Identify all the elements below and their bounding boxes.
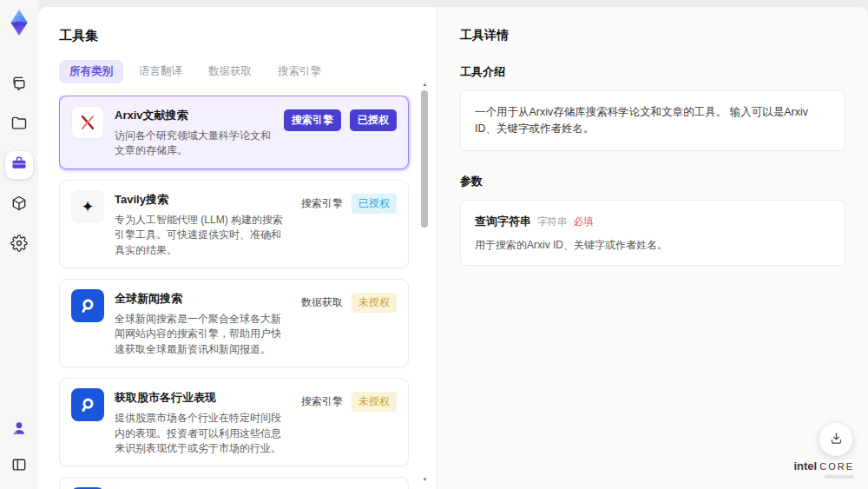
- param-required-badge: 必填: [574, 216, 594, 227]
- tool-card[interactable]: 获取市场最活跃股票信息 提供当天交易量最高的股票列表，投资者可以利用这些信息来识…: [59, 477, 409, 489]
- tavily-icon: ✦: [71, 190, 104, 223]
- settings-gear-icon: [10, 235, 28, 255]
- panel-toggle-icon: [10, 456, 28, 477]
- sidebar-bottom: [5, 416, 33, 480]
- news-icon: [71, 289, 104, 322]
- sidebar-item-tools[interactable]: [5, 151, 33, 179]
- intel-brand-text: intel: [793, 459, 817, 472]
- param-box: 查询字符串字符串必填 用于搜索的Arxiv ID、关键字或作者姓名。: [460, 200, 845, 266]
- intel-logo-subline: [825, 475, 854, 479]
- param-header: 查询字符串字符串必填: [475, 213, 831, 229]
- tool-card[interactable]: Arxiv文献搜索 访问各个研究领域大量科学论文和文章的存储库。 搜索引擎 已授…: [59, 96, 409, 169]
- tool-title: Arxiv文献搜索: [115, 108, 273, 123]
- tool-category-label: 搜索引擎: [301, 392, 343, 412]
- tool-card[interactable]: 获取股市各行业表现 提供股票市场各个行业在特定时间段内的表现。投资者可以利用这些…: [59, 378, 409, 466]
- param-name: 查询字符串: [475, 215, 531, 228]
- folder-icon: [10, 115, 28, 135]
- tool-auth-badge: 已授权: [350, 109, 397, 131]
- tab-2[interactable]: 数据获取: [198, 60, 262, 83]
- sidebar-item-collapse[interactable]: [5, 453, 33, 480]
- core-brand-text: CORE: [819, 461, 854, 472]
- package-icon: [10, 195, 28, 215]
- list-scrollbar[interactable]: ▲ ▼: [421, 82, 429, 482]
- toolbox-icon: [10, 155, 28, 175]
- tool-card[interactable]: 全球新闻搜索 全球新闻搜索是一个聚合全球各大新闻网站内容的搜索引擎，帮助用户快速…: [59, 279, 409, 367]
- tool-auth-badge: 未授权: [352, 293, 397, 313]
- scrollbar-thumb[interactable]: [421, 90, 428, 228]
- tool-title: 全球新闻搜索: [115, 291, 291, 307]
- tool-description: 全球新闻搜索是一个聚合全球各大新闻网站内容的搜索引擎，帮助用户快速获取全球最新资…: [115, 312, 291, 357]
- scrollbar-down-arrow[interactable]: ▼: [422, 477, 428, 482]
- tool-category-label: 搜索引擎: [301, 194, 343, 214]
- tab-3[interactable]: 搜索引擎: [267, 60, 332, 83]
- sidebar-item-account[interactable]: [5, 416, 33, 444]
- user-avatar-icon: [10, 420, 28, 440]
- sidebar-item-chat[interactable]: [5, 71, 33, 99]
- tool-category-label: 搜索引擎: [284, 109, 341, 131]
- sidebar-nav: [5, 71, 33, 259]
- sidebar-item-files[interactable]: [5, 111, 33, 139]
- tool-description: 访问各个研究领域大量科学论文和文章的存储库。: [115, 129, 273, 159]
- sidebar-item-packages[interactable]: [5, 191, 33, 219]
- tool-description: 专为人工智能代理 (LLM) 构建的搜索引擎工具。可快速提供实时、准确和真实的结…: [115, 213, 291, 258]
- tool-list-panel: 工具集 所有类别语言翻译数据获取搜索引擎 Arxiv文献搜索 访问各个研究领域大…: [38, 7, 437, 489]
- download-icon: [829, 431, 844, 449]
- app-window: 工具集 所有类别语言翻译数据获取搜索引擎 Arxiv文献搜索 访问各个研究领域大…: [0, 0, 868, 489]
- sidebar-item-settings[interactable]: [5, 231, 33, 259]
- param-type: 字符串: [537, 216, 568, 227]
- tool-detail-panel: 工具详情 工具介绍 一个用于从Arxiv存储库搜索科学论文和文章的工具。 输入可…: [437, 7, 868, 489]
- tool-title: 获取股市各行业表现: [115, 390, 291, 406]
- scrollbar-up-arrow[interactable]: ▲: [422, 82, 428, 87]
- chat-icon: [10, 75, 28, 96]
- tool-auth-badge: 已授权: [352, 194, 397, 214]
- tool-card[interactable]: ✦ Tavily搜索 专为人工智能代理 (LLM) 构建的搜索引擎工具。可快速提…: [59, 180, 409, 268]
- sidebar: [0, 0, 38, 489]
- category-tabs: 所有类别语言翻译数据获取搜索引擎: [59, 60, 437, 83]
- tab-1[interactable]: 语言翻译: [128, 60, 193, 83]
- arxiv-icon: [71, 106, 104, 139]
- intel-core-logo: intelCORE: [793, 459, 854, 479]
- page-title: 工具集: [59, 28, 437, 44]
- intro-heading: 工具介绍: [460, 64, 845, 80]
- tool-title: Tavily搜索: [115, 192, 291, 208]
- download-button[interactable]: [819, 423, 852, 456]
- news-icon: [71, 388, 104, 421]
- tool-list: Arxiv文献搜索 访问各个研究领域大量科学论文和文章的存储库。 搜索引擎 已授…: [59, 96, 437, 489]
- param-description: 用于搜索的Arxiv ID、关键字或作者姓名。: [475, 238, 831, 253]
- intro-box: 一个用于从Arxiv存储库搜索科学论文和文章的工具。 输入可以是Arxiv ID…: [460, 90, 845, 151]
- tool-description: 提供股票市场各个行业在特定时间段内的表现。投资者可以利用这些信息来识别表现优于或…: [115, 411, 291, 456]
- tool-category-label: 数据获取: [301, 293, 343, 313]
- params-heading: 参数: [460, 174, 845, 189]
- app-logo[interactable]: [6, 9, 32, 36]
- tab-0[interactable]: 所有类别: [59, 60, 123, 83]
- detail-title: 工具详情: [460, 28, 845, 43]
- content-area: 工具集 所有类别语言翻译数据获取搜索引擎 Arxiv文献搜索 访问各个研究领域大…: [38, 0, 868, 489]
- tool-auth-badge: 未授权: [352, 392, 397, 412]
